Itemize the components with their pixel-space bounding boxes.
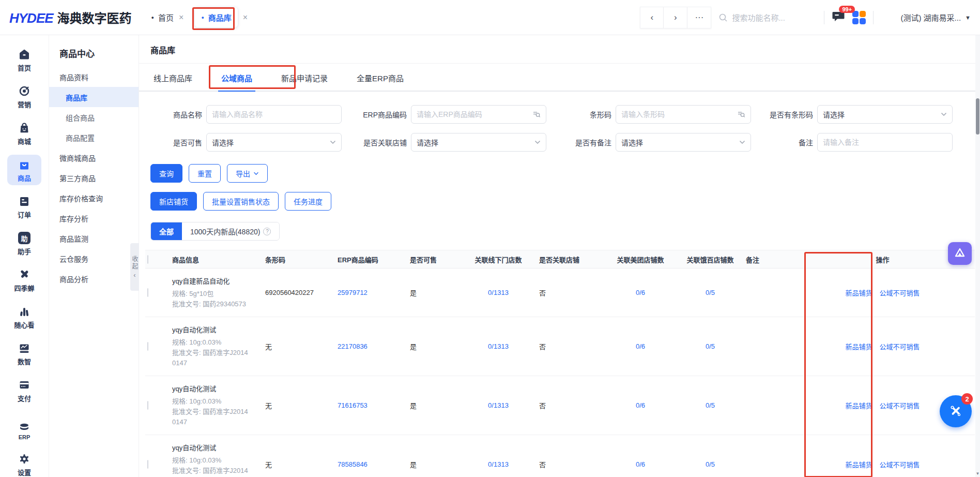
ebai-stores-link[interactable]: 0/5 [677,335,744,357]
list-search-icon[interactable] [737,110,745,118]
new-product-distribute-link[interactable]: 新品铺货 [845,400,872,410]
query-button[interactable]: 查询 [150,164,182,183]
linked-store-cell: 否 [537,452,604,476]
sidebar-item-product-config[interactable]: 商品配置 [49,127,139,147]
row-checkbox[interactable] [147,342,148,351]
public-domain-unsellable-link[interactable]: 公域不可销售 [880,288,920,297]
rail-item-pay[interactable]: 支付 [7,375,41,406]
remark-field[interactable] [823,138,947,146]
tab-full-erp-products[interactable]: 全量ERP商品 [354,64,407,91]
public-domain-unsellable-link[interactable]: 公域不可销售 [880,341,920,351]
assistant-widget-button[interactable] [948,242,972,265]
row-checkbox[interactable] [147,401,148,410]
offline-stores-link[interactable]: 0/1313 [460,335,537,357]
row-checkbox[interactable] [147,460,148,469]
tab-public-domain-product[interactable]: 公域商品 [218,64,255,91]
new-product-distribute-link[interactable]: 新品铺货 [845,459,872,469]
sidebar-item-stock-analysis[interactable]: 库存分析 [49,208,139,228]
rail-item-sijichan[interactable]: 四季蝉 [7,265,41,295]
tools-fab-button[interactable]: 2 [940,395,972,427]
meituan-stores-link[interactable]: 0/6 [604,394,677,416]
barcode-input[interactable] [616,105,751,124]
forward-button[interactable]: › [664,7,687,28]
erp-code-link[interactable]: 78585846 [335,453,408,475]
export-button[interactable]: 导出 [227,164,268,183]
rail-item-suixinkan[interactable]: 随心看 [7,302,41,332]
segment-recent-new[interactable]: 1000天内新品(48820) ? [182,222,279,240]
more-button[interactable]: ··· [687,7,711,28]
sidebar-item-product-monitor[interactable]: 商品监测 [49,228,139,248]
rail-item-assistant[interactable]: 助 助手 [7,228,41,259]
rail-item-product[interactable]: 商品 [7,155,41,185]
ebai-stores-link[interactable]: 0/5 [677,281,744,304]
rail-item-home[interactable]: 首页 [7,44,41,75]
offline-stores-link[interactable]: 0/1313 [460,453,537,475]
sidebar-item-product-library[interactable]: 商品库 [49,87,139,107]
ebai-stores-link[interactable]: 0/5 [677,394,744,416]
task-progress-button[interactable]: 任务进度 [285,192,331,211]
rail-item-mall[interactable]: 商城 [7,118,41,148]
linked-store-select[interactable]: 请选择 [411,133,546,152]
product-name-field[interactable] [212,110,336,118]
sidebar-item-product-analysis[interactable]: 商品分析 [49,269,139,289]
close-icon[interactable]: × [243,13,248,22]
rail-item-orders[interactable]: 订单 [7,191,41,222]
erp-code-field[interactable] [417,110,529,118]
new-store-distribute-button[interactable]: 新店铺货 [150,192,197,211]
has-barcode-select[interactable]: 请选择 [817,105,953,124]
vertical-scrollbar[interactable]: ▼ [975,35,980,477]
public-domain-unsellable-link[interactable]: 公域不可销售 [880,400,920,410]
rail-item-shuzhi[interactable]: 数智 [7,338,41,369]
batch-set-sale-status-button[interactable]: 批量设置销售状态 [203,192,279,211]
ebai-stores-link[interactable]: 0/5 [677,453,744,475]
remark-input[interactable] [817,133,953,152]
scroll-down-arrow[interactable]: ▼ [975,471,980,476]
offline-stores-link[interactable]: 0/1313 [460,281,537,304]
meituan-stores-link[interactable]: 0/6 [604,335,677,357]
back-button[interactable]: ‹ [640,7,664,28]
sidebar-item-combo-product[interactable]: 组合商品 [49,107,139,127]
product-approval: 批准文号: 国药29340573 [172,299,261,309]
rail-item-settings[interactable]: 设置 [7,449,41,477]
erp-code-link[interactable]: 25979712 [335,281,408,304]
rail-item-marketing[interactable]: 营销 [7,81,41,112]
new-product-distribute-link[interactable]: 新品铺货 [845,288,872,297]
product-name-input[interactable] [206,105,342,124]
scrollbar-thumb[interactable] [976,98,979,135]
app-grid-button[interactable] [852,11,866,24]
tab-new-product-records[interactable]: 新品申请记录 [278,64,331,91]
sidebar-item-thirdparty-product[interactable]: 第三方商品 [49,168,139,188]
offline-stores-link[interactable]: 0/1313 [460,394,537,416]
rail-item-erp[interactable]: ERP [7,418,41,443]
help-icon[interactable]: ? [263,228,271,235]
sidebar-collapse-handle[interactable]: 收起 ‹ [130,243,139,291]
new-product-distribute-link[interactable]: 新品铺货 [845,341,872,351]
select-all-checkbox[interactable] [147,255,148,264]
sidebar-item-product-data[interactable]: 商品资料 [49,67,139,87]
message-button[interactable]: 99+ [832,10,845,24]
public-domain-unsellable-link[interactable]: 公域不可销售 [880,459,920,469]
list-search-icon[interactable] [532,110,541,118]
sellable-select[interactable]: 请选择 [206,133,342,152]
erp-code-link[interactable]: 71616753 [335,394,408,416]
sidebar-item-cloud-warehouse[interactable]: 云仓服务 [49,248,139,269]
tab-online-product-library[interactable]: 线上商品库 [150,64,195,91]
account-menu[interactable]: (测试) 湖南易采... ▼ [900,12,971,23]
erp-code-input[interactable] [411,105,546,124]
has-remark-select[interactable]: 请选择 [616,133,751,152]
reset-button[interactable]: 重置 [189,164,221,183]
meituan-stores-link[interactable]: 0/6 [604,453,677,475]
divider [873,11,874,24]
tab-home[interactable]: ● 首页 × [145,7,190,27]
erp-code-link[interactable]: 22170836 [335,335,408,357]
row-checkbox[interactable] [147,288,148,297]
tab-product-library[interactable]: ● 商品库 [195,7,237,27]
function-search[interactable]: 搜索功能名称... [718,12,817,23]
close-icon[interactable]: × [179,13,183,22]
divider [824,11,824,24]
barcode-field[interactable] [621,110,734,118]
meituan-stores-link[interactable]: 0/6 [604,281,677,304]
sidebar-item-stock-price-query[interactable]: 库存价格查询 [49,188,139,208]
sidebar-item-microstore-product[interactable]: 微商城商品 [49,147,139,168]
segment-all[interactable]: 全部 [151,222,182,240]
